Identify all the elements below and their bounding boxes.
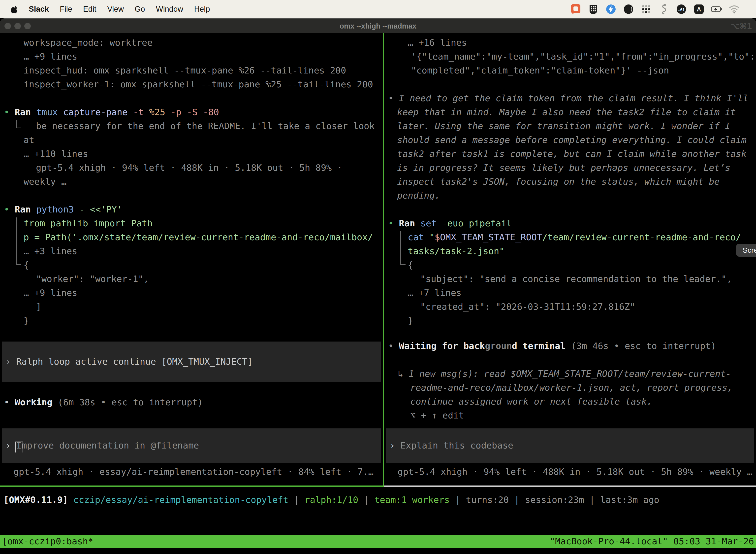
screen-capture-tooltip: Scre [736,244,756,257]
output-connector [16,264,21,265]
model-status-left: gpt-5.4 xhigh · essay/ai-reimplementatio… [0,465,383,479]
dots-grid-icon[interactable] [641,4,651,15]
bolt-circle-icon[interactable] [606,4,616,15]
tmux-status-bar: [omx-cczip0:bash* "MacBook-Pro-44.local"… [0,535,756,548]
output-connector [16,217,17,265]
menu-item-go[interactable]: Go [135,5,145,14]
output-connector [16,120,17,128]
menu-item-slack[interactable]: Slack [29,5,49,14]
badge-61-icon[interactable]: ..61 [676,4,687,15]
window-shortcut-badge: ⌥⌘1 [731,19,752,34]
menu-item-edit[interactable]: Edit [83,5,96,14]
grid-shield-icon[interactable] [588,4,599,15]
svg-text:..61: ..61 [678,8,685,12]
apple-menu-icon[interactable] [11,5,19,13]
pane-divider-bottom-right[interactable] [384,486,756,487]
battery-icon[interactable] [711,4,722,15]
menu-item-file[interactable]: File [60,5,72,14]
left-scrollback: workspace_mode: worktree… +9 linesinspec… [0,36,383,328]
menu-status-icons: ..61 A [570,0,740,18]
tmux-pane-right[interactable]: … +16 lines'{"team_name":"my-team","task… [384,33,756,486]
menu-items: Slack File Edit View Go Window Help [29,5,210,14]
wifi-icon[interactable] [729,4,740,15]
terminal-content: workspace_mode: worktree… +9 linesinspec… [0,33,756,554]
tmux-pane-left[interactable]: workspace_mode: worktree… +9 linesinspec… [0,33,383,486]
a-square-icon[interactable]: A [693,4,704,15]
menu-bar: Slack File Edit View Go Window Help ..61 [0,0,756,18]
output-connector [16,127,21,128]
model-status-right: gpt-5.4 xhigh · 94% left · 488K in · 5.1… [384,465,756,479]
working-status-line: • Working (6m 38s • esc to interrupt) [0,395,383,409]
menu-item-help[interactable]: Help [194,5,210,14]
right-scrollback: … +16 lines'{"team_name":"my-team","task… [384,36,756,328]
tmux-session-label: [omx-cczip0:bash* [2,535,93,548]
waiting-status-block: • Waiting for background terminal (3m 46… [384,339,756,423]
window-title-bar[interactable]: omx --xhigh --madmax ⌥⌘1 [0,18,756,33]
menu-item-view[interactable]: View [107,5,124,14]
omx-hud-status: [OMX#0.11.9] cczip/essay/ai-reimplementa… [0,493,756,507]
pie-circle-icon[interactable] [623,4,634,15]
s-curve-icon[interactable] [658,4,669,15]
chat-icon[interactable] [570,4,581,15]
output-connector [400,264,405,265]
tmux-host-clock: "MacBook-Pro-44.local" 05:03 31-Mar-26 [550,535,754,548]
svg-text:A: A [697,6,701,13]
terminal-window: omx --xhigh --madmax ⌥⌘1 workspace_mode:… [0,18,756,554]
menu-item-window[interactable]: Window [156,5,183,14]
ralph-loop-banner: › Ralph loop active continue [OMX_TMUX_I… [2,341,381,382]
prompt-input-right[interactable]: › Explain this codebase [386,428,754,463]
pane-divider-bottom-left[interactable] [0,486,384,487]
output-connector [400,231,401,265]
prompt-input-left[interactable]: › Improve documentation in @filename [2,428,381,463]
window-title: omx --xhigh --madmax [0,19,756,34]
